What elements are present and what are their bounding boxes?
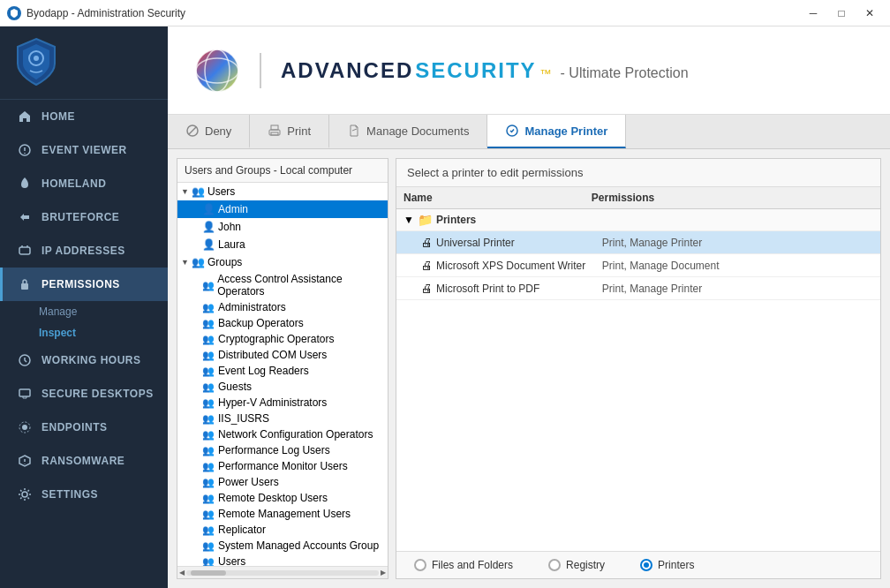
sidebar-item-working-hours[interactable]: WORKING HOURS	[0, 343, 168, 377]
tree-group-power-users[interactable]: 👥 Power Users	[177, 474, 388, 490]
app-body: HOME EVENT VIEWER HOMELAND BRUTEFORCE	[0, 26, 890, 588]
tab-manage-printer[interactable]: Manage Printer	[487, 115, 626, 148]
printer-icon-1: 🖨	[421, 236, 433, 249]
tree-container[interactable]: ▼ 👥 Users 👤 Admin 👤 John	[177, 183, 388, 566]
tree-group-backup-operators[interactable]: 👥 Backup Operators	[177, 315, 388, 331]
tree-group-perf-log[interactable]: 👥 Performance Log Users	[177, 442, 388, 458]
printer-perm-3: Print, Manage Printer	[602, 283, 873, 295]
permissions-icon	[17, 276, 33, 292]
tree-group-remote-desktop[interactable]: 👥 Remote Desktop Users	[177, 490, 388, 506]
sidebar-item-ransomware[interactable]: RANSOMWARE	[0, 444, 168, 478]
sidebar-subitem-inspect[interactable]: Inspect	[0, 322, 168, 343]
printer-name-3: Microsoft Print to PDF	[436, 283, 539, 295]
sidebar-item-endpoints[interactable]: ENDPOINTS	[0, 411, 168, 444]
main-content: Users and Groups - Local computer ▼ 👥 Us…	[168, 149, 890, 588]
tree-group-users[interactable]: 👥 Users	[177, 554, 388, 566]
group-icon-15: 👥	[202, 509, 216, 520]
expand-folder-icon: ▼	[404, 214, 414, 226]
tree-group-replicator[interactable]: 👥 Replicator	[177, 522, 388, 538]
right-panel-header: Select a printer to edit permissions	[396, 159, 880, 187]
svg-rect-18	[271, 132, 278, 135]
sidebar-item-secure-desktops[interactable]: SECURE DESKTOPS	[0, 377, 168, 411]
tree-group-hyperv[interactable]: 👥 Hyper-V Administrators	[177, 395, 388, 411]
hscroll-right-btn[interactable]: ▶	[381, 569, 386, 577]
tab-deny[interactable]: Deny	[168, 115, 250, 148]
group-icon-13: 👥	[202, 477, 216, 488]
group-icon-10: 👥	[202, 429, 216, 441]
sidebar-item-bruteforce[interactable]: BRUTEFORCE	[0, 200, 168, 234]
right-panel-empty	[396, 300, 880, 551]
deny-icon	[185, 124, 200, 138]
printer-row-pdf[interactable]: 🖨 Microsoft Print to PDF Print, Manage P…	[396, 277, 880, 300]
maximize-button[interactable]: □	[828, 0, 855, 26]
sidebar-item-endpoints-label: ENDPOINTS	[41, 421, 108, 433]
tree-users-group[interactable]: ▼ 👥 Users	[177, 183, 388, 200]
svg-rect-3	[19, 247, 30, 254]
ip-icon	[17, 243, 33, 259]
sidebar-item-ip-addresses[interactable]: IP ADDRESSES	[0, 234, 168, 268]
sidebar-item-homeland[interactable]: HOMELAND	[0, 167, 168, 200]
users-group-icon: 👥	[192, 185, 206, 198]
tree-group-system-managed[interactable]: 👥 System Managed Accounts Group	[177, 538, 388, 554]
printer-row-universal[interactable]: 🖨 Universal Printer Print, Manage Printe…	[396, 231, 880, 254]
group-icon-4: 👥	[202, 334, 216, 345]
shield-logo-icon	[14, 37, 58, 88]
tree-group-distributed-com[interactable]: 👥 Distributed COM Users	[177, 347, 388, 363]
group-label-6: Event Log Readers	[218, 365, 309, 377]
minimize-button[interactable]: ─	[800, 0, 826, 26]
radio-registry-label: Registry	[566, 559, 605, 571]
group-label-10: Network Configuration Operators	[218, 428, 373, 441]
logo-subtitle: - Ultimate Protection	[561, 65, 689, 81]
svg-rect-16	[271, 125, 278, 130]
group-label-18: Users	[218, 555, 245, 566]
close-button[interactable]: ✕	[856, 0, 883, 26]
sidebar-item-bruteforce-label: BRUTEFORCE	[41, 211, 119, 223]
radio-bar: Files and Folders Registry Printers	[396, 551, 880, 578]
tab-print[interactable]: Print	[250, 115, 329, 148]
tree-group-access-control[interactable]: 👥 Access Control Assistance Operators	[177, 271, 388, 299]
tree-group-guests[interactable]: 👥 Guests	[177, 379, 388, 395]
tree-group-administrators[interactable]: 👥 Administrators	[177, 299, 388, 315]
tree-group-cryptographic-operators[interactable]: 👥 Cryptographic Operators	[177, 331, 388, 347]
hscroll-left-btn[interactable]: ◀	[179, 569, 185, 577]
tree-group-perf-monitor[interactable]: 👥 Performance Monitor Users	[177, 458, 388, 474]
tab-manage-documents-label: Manage Documents	[366, 124, 469, 138]
sidebar-item-home[interactable]: HOME	[0, 100, 168, 133]
sidebar-subitem-manage[interactable]: Manage	[0, 301, 168, 322]
tree-group-remote-mgmt[interactable]: 👥 Remote Management Users	[177, 506, 388, 522]
printer-row-xps[interactable]: 🖨 Microsoft XPS Document Writer Print, M…	[396, 254, 880, 277]
radio-files-circle	[414, 559, 426, 571]
bruteforce-icon	[17, 209, 33, 225]
desktop-icon	[17, 386, 33, 402]
tree-group-network-config[interactable]: 👥 Network Configuration Operators	[177, 426, 388, 442]
logo-advanced: ADVANCED	[281, 58, 413, 83]
printer-icon-3: 🖨	[421, 282, 433, 295]
tree-user-laura[interactable]: 👤 Laura	[177, 236, 388, 253]
tab-manage-documents[interactable]: Manage Documents	[329, 115, 487, 148]
group-icon-9: 👥	[202, 413, 216, 425]
sidebar-item-event-viewer-label: EVENT VIEWER	[41, 144, 127, 156]
svg-point-9	[22, 492, 27, 497]
sidebar-item-ip-label: IP ADDRESSES	[41, 245, 125, 257]
tree-groups-group[interactable]: ▼ 👥 Groups	[177, 253, 388, 271]
printer-name-2: Microsoft XPS Document Writer	[436, 260, 585, 272]
hscroll-track	[186, 570, 379, 576]
tree-user-john[interactable]: 👤 John	[177, 218, 388, 236]
tree-user-admin[interactable]: 👤 Admin	[177, 200, 388, 218]
left-panel-header: Users and Groups - Local computer	[177, 159, 388, 183]
radio-files-folders[interactable]: Files and Folders	[414, 559, 513, 571]
sidebar-item-permissions[interactable]: PERMISSIONS	[0, 268, 168, 301]
tab-manage-printer-label: Manage Printer	[524, 124, 607, 138]
logo-divider	[260, 53, 261, 88]
group-label-8: Hyper-V Administrators	[218, 396, 327, 409]
svg-point-1	[34, 56, 39, 61]
radio-registry[interactable]: Registry	[548, 559, 605, 571]
sidebar-item-event-viewer[interactable]: EVENT VIEWER	[0, 133, 168, 167]
radio-printers[interactable]: Printers	[640, 559, 694, 571]
tree-group-iisusrs[interactable]: 👥 IIS_IUSRS	[177, 411, 388, 426]
sidebar-item-settings[interactable]: SETTINGS	[0, 478, 168, 511]
ransomware-icon	[17, 453, 33, 469]
group-icon-11: 👥	[202, 445, 216, 456]
group-icon-3: 👥	[202, 318, 216, 329]
tree-group-event-log[interactable]: 👥 Event Log Readers	[177, 363, 388, 379]
